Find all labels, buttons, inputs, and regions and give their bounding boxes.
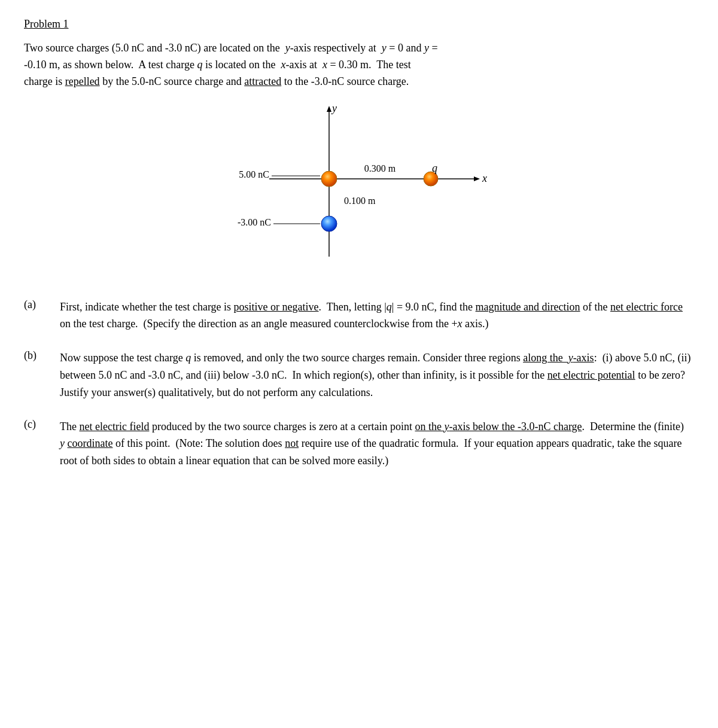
svg-marker-3 bbox=[474, 176, 480, 181]
diagram-svg: y x 5.00 nC -3.00 nC q 0.300 m bbox=[209, 101, 509, 281]
diagram-container: y x 5.00 nC -3.00 nC q 0.300 m bbox=[24, 101, 694, 281]
dist1-label: 0.300 m bbox=[364, 163, 396, 173]
svg-marker-1 bbox=[327, 106, 331, 112]
part-b-label: (b) bbox=[24, 349, 60, 362]
charge2-label: -3.00 nC bbox=[238, 217, 271, 227]
intro-paragraph: Two source charges (5.0 nC and -3.0 nC) … bbox=[24, 40, 694, 90]
dist2-label: 0.100 m bbox=[344, 196, 376, 206]
part-b-text: Now suppose the test charge q is removed… bbox=[60, 349, 694, 401]
problem-title: Problem 1 bbox=[24, 18, 694, 31]
parts: (a) First, indicate whether the test cha… bbox=[24, 298, 694, 470]
part-a-text: First, indicate whether the test charge … bbox=[60, 298, 694, 333]
part-c-label: (c) bbox=[24, 418, 60, 431]
svg-point-4 bbox=[321, 171, 337, 187]
part-a-label: (a) bbox=[24, 298, 60, 311]
charge1-label: 5.00 nC bbox=[239, 169, 269, 179]
part-b: (b) Now suppose the test charge q is rem… bbox=[24, 349, 694, 401]
y-axis-label: y bbox=[331, 102, 337, 114]
part-c-text: The net electric field produced by the t… bbox=[60, 418, 694, 470]
svg-point-5 bbox=[321, 216, 337, 232]
q-label: q bbox=[432, 162, 437, 174]
part-c: (c) The net electric field produced by t… bbox=[24, 418, 694, 470]
x-axis-label: x bbox=[482, 172, 487, 184]
part-a: (a) First, indicate whether the test cha… bbox=[24, 298, 694, 333]
